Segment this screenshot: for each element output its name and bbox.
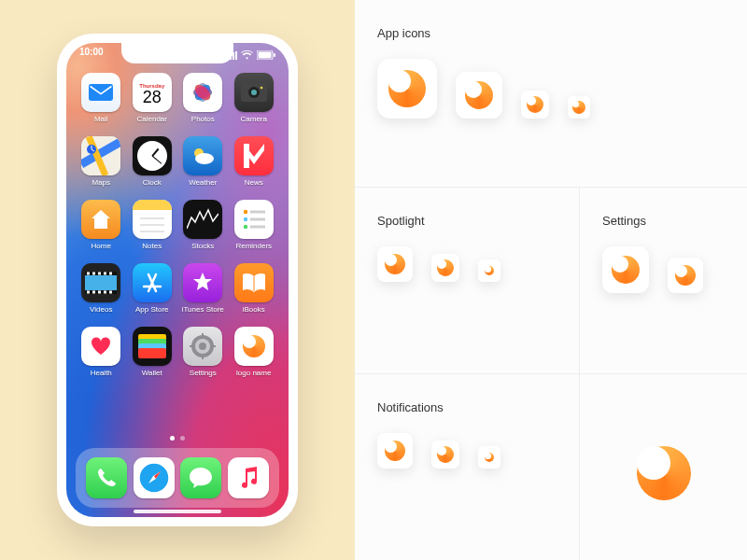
- svg-point-14: [251, 90, 257, 95]
- news-icon: [244, 144, 264, 168]
- phone-frame: 10:00 Mail Thursday28Calendar Photos Cam…: [57, 34, 298, 526]
- videos-icon: [85, 272, 117, 294]
- app-wallet[interactable]: Wallet: [131, 327, 175, 377]
- dock-safari[interactable]: [134, 457, 175, 498]
- app-clock[interactable]: Clock: [131, 136, 175, 187]
- spotlight-icon-2: [431, 254, 459, 282]
- ring-icon: [437, 259, 454, 276]
- svg-rect-1: [259, 52, 272, 59]
- section-notifications: Notifications: [355, 373, 579, 560]
- app-mail[interactable]: Mail: [79, 73, 123, 123]
- section-title: Spotlight: [377, 214, 557, 228]
- app-settings[interactable]: Settings: [181, 327, 225, 377]
- app-weather[interactable]: Weather: [181, 136, 225, 187]
- ring-icon: [485, 266, 494, 275]
- appstore-icon: [140, 271, 164, 295]
- page-indicator: [66, 436, 289, 441]
- svg-rect-38: [92, 291, 95, 294]
- spotlight-icon-3: [478, 259, 500, 282]
- ring-icon: [572, 101, 585, 114]
- wifi-icon: [241, 50, 253, 60]
- svg-rect-29: [85, 274, 117, 291]
- ring-icon: [675, 265, 696, 286]
- svg-point-19: [195, 153, 214, 164]
- reminders-icon: [240, 205, 268, 233]
- svg-rect-41: [109, 291, 112, 294]
- ring-icon: [437, 446, 454, 463]
- settings-icon-1: [602, 246, 649, 293]
- maps-icon: [81, 136, 120, 175]
- dock-music[interactable]: [228, 457, 269, 498]
- app-notes[interactable]: Notes: [131, 200, 175, 250]
- app-reminders[interactable]: Reminders: [233, 200, 276, 250]
- phone-icon: [96, 468, 117, 488]
- camera-icon: [241, 83, 267, 102]
- svg-rect-51: [202, 356, 204, 359]
- notification-icon-3: [478, 446, 500, 469]
- svg-rect-28: [250, 226, 265, 229]
- app-custom-logo[interactable]: .logo .ring::after{width:14px;height:14p…: [233, 327, 276, 377]
- svg-point-15: [260, 87, 262, 90]
- app-camera[interactable]: Camera: [233, 73, 276, 123]
- svg-rect-34: [98, 273, 101, 275]
- heart-icon: [91, 337, 111, 356]
- home-icon: [90, 208, 112, 231]
- svg-rect-26: [250, 218, 265, 221]
- app-photos[interactable]: Photos: [181, 73, 225, 123]
- svg-point-25: [244, 217, 247, 221]
- battery-icon: [257, 50, 275, 60]
- app-icon-xsmall: [568, 96, 590, 119]
- notification-icon-1: [377, 433, 413, 469]
- svg-rect-40: [104, 291, 106, 294]
- app-stocks[interactable]: Stocks: [181, 200, 225, 250]
- dock: [76, 448, 279, 508]
- app-calendar[interactable]: Thursday28Calendar: [131, 73, 175, 123]
- music-note-icon: [239, 467, 258, 489]
- app-maps[interactable]: Maps: [79, 136, 123, 187]
- svg-point-23: [244, 210, 247, 214]
- app-home[interactable]: Home: [79, 200, 123, 250]
- standalone-ring: .c5 .ring::after{width:36px;height:36px}: [637, 446, 691, 500]
- gear-icon: [189, 332, 217, 360]
- svg-rect-39: [98, 291, 101, 294]
- dock-phone[interactable]: [86, 457, 127, 498]
- app-news[interactable]: News: [233, 136, 276, 187]
- app-appstore[interactable]: App Store: [131, 263, 175, 314]
- svg-rect-35: [104, 273, 106, 275]
- home-indicator[interactable]: [134, 510, 221, 513]
- svg-rect-37: [87, 291, 90, 294]
- speech-bubble-icon: [189, 467, 213, 489]
- section-spotlight: Spotlight: [355, 187, 579, 373]
- stocks-icon: [187, 208, 218, 231]
- app-icon-large: [377, 59, 437, 119]
- phone-mockup-backdrop: 10:00 Mail Thursday28Calendar Photos Cam…: [0, 0, 355, 560]
- ring-icon: [612, 256, 640, 284]
- page-dot-2[interactable]: [180, 436, 185, 441]
- svg-point-27: [244, 225, 247, 229]
- calendar-day: 28: [143, 89, 162, 105]
- ring-icon: [388, 70, 426, 107]
- app-icon-medium: [456, 72, 502, 119]
- section-title: Notifications: [377, 400, 557, 414]
- photos-icon: [189, 78, 217, 106]
- page-dot-1[interactable]: [170, 436, 175, 441]
- svg-point-49: [199, 343, 206, 350]
- settings-icon-2: [668, 258, 703, 293]
- app-ibooks[interactable]: iBooks: [233, 263, 276, 314]
- book-icon: [242, 273, 266, 293]
- ring-icon: [385, 441, 405, 461]
- svg-rect-46: [138, 348, 166, 358]
- svg-rect-3: [89, 84, 113, 101]
- svg-rect-52: [190, 345, 193, 347]
- app-health[interactable]: Health: [79, 327, 123, 377]
- svg-rect-33: [92, 273, 95, 275]
- svg-rect-2: [274, 53, 275, 57]
- notification-icon-2: [431, 441, 459, 469]
- svg-rect-53: [212, 345, 216, 347]
- app-videos[interactable]: Videos: [79, 263, 123, 314]
- star-icon: [191, 272, 214, 294]
- home-screen-grid: Mail Thursday28Calendar Photos Camera Ma…: [66, 73, 289, 377]
- dock-messages[interactable]: [180, 457, 221, 498]
- phone-notch: [121, 43, 233, 63]
- app-itunes[interactable]: iTunes Store: [181, 263, 225, 314]
